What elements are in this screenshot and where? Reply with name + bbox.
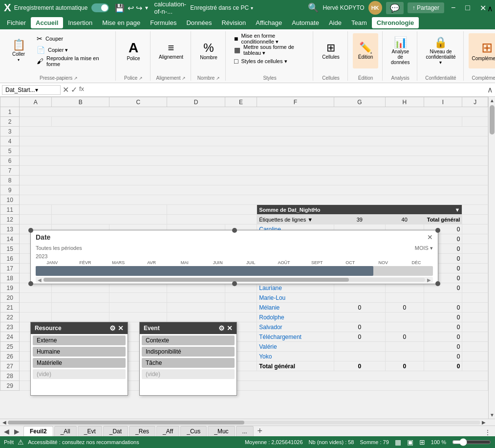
insert-function-icon[interactable]: fx (79, 85, 84, 94)
toolbar-customize-icon[interactable]: ▾ (145, 4, 148, 11)
reproduire-button[interactable]: 🖌Reproduire la mise en forme (33, 56, 111, 67)
vscroll-thumb[interactable] (490, 105, 495, 134)
resource-slicer-materielle[interactable]: Matérielle (33, 358, 126, 368)
month-avr[interactable]: AVR (135, 260, 168, 265)
timeline-resize-bl[interactable] (28, 281, 33, 286)
timeline-resize-br[interactable] (435, 281, 440, 286)
sheet-nav-right[interactable]: ▶ (12, 426, 22, 436)
share-button[interactable]: ↑ Partager (408, 2, 444, 13)
copier-button[interactable]: 📄Copier ▾ (33, 45, 111, 55)
status-accessibility-icon[interactable]: ⚠ (18, 438, 24, 446)
menu-chronologie[interactable]: Chronologie (372, 17, 419, 28)
month-juil[interactable]: JUIL (235, 260, 268, 265)
timeline-selection[interactable] (36, 266, 373, 276)
month-fevr[interactable]: FÉVR (69, 260, 102, 265)
col-head-F[interactable]: F (257, 97, 334, 107)
event-slicer-tache[interactable]: Tâche (142, 358, 235, 368)
tab-evt[interactable]: _Evt (78, 426, 102, 436)
hscroll-right-icon[interactable]: ▶ (480, 420, 487, 425)
menu-accueil[interactable]: Accueil (31, 17, 63, 28)
month-janv[interactable]: JANV (36, 260, 69, 265)
col-head-J[interactable]: J (462, 97, 488, 107)
formula-input[interactable] (86, 86, 485, 94)
view-preview-icon[interactable]: ⊞ (419, 438, 425, 446)
resource-slicer[interactable]: Resource ⚙ ✕ Externe Humaine Matérielle … (30, 322, 128, 396)
menu-donnees[interactable]: Données (181, 17, 216, 28)
col-head-I[interactable]: I (424, 97, 462, 107)
event-slicer[interactable]: Event ⚙ ✕ Contexte Indisponibilité Tâche… (139, 322, 237, 396)
timeline-scroll-left[interactable]: ◀ (36, 277, 43, 283)
minimize-button[interactable]: − (446, 1, 460, 14)
toolbar-save-icon[interactable]: 💾 (115, 3, 125, 13)
pivot-row-filter-icon[interactable]: ▼ (307, 217, 313, 223)
menu-aide[interactable]: Aide (324, 17, 346, 28)
menu-affichage[interactable]: Affichage (251, 17, 287, 28)
timeline-scroll-right[interactable]: ▶ (425, 277, 433, 283)
col-head-H[interactable]: H (385, 97, 424, 107)
timeline-resize-tm[interactable] (232, 228, 237, 233)
event-slicer-indisponibilite[interactable]: Indisponibilité (142, 347, 235, 357)
resource-slicer-humaine[interactable]: Humaine (33, 347, 126, 357)
tab-options-icon[interactable]: ⋮ (484, 428, 491, 436)
tab-more[interactable]: ... (236, 426, 254, 436)
comment-icon[interactable]: 💬 (386, 2, 404, 14)
col-head-E[interactable]: E (225, 97, 257, 107)
confidentialite-button[interactable]: 🔒 Niveau de confidentialité ▾ (422, 33, 459, 68)
nombre-button[interactable]: % Nombre (196, 33, 221, 68)
menu-insertion[interactable]: Insertion (63, 17, 97, 28)
vertical-scrollbar[interactable]: ▲ ▼ (488, 97, 495, 419)
tab-all[interactable]: _All (54, 426, 77, 436)
month-nov[interactable]: NOV (367, 260, 400, 265)
cancel-formula-icon[interactable]: ✕ (63, 85, 69, 94)
edition-button[interactable]: ✏️ Édition (353, 33, 378, 68)
month-aout[interactable]: AOÛT (267, 260, 301, 265)
col-head-B[interactable]: B (52, 97, 109, 107)
tab-feuil2[interactable]: Feuil2 (23, 426, 53, 436)
timeline-resize-tl[interactable] (28, 228, 33, 233)
col-head-C[interactable]: C (109, 97, 167, 107)
add-sheet-button[interactable]: + (255, 426, 266, 436)
save-status[interactable]: Enregistré dans ce PC ▾ (190, 4, 253, 11)
restore-button[interactable]: □ (460, 1, 475, 14)
month-dec[interactable]: DÉC (400, 260, 433, 265)
menu-mise-en-page[interactable]: Mise en page (97, 17, 145, 28)
month-sept[interactable]: SEPT (301, 260, 334, 265)
view-page-icon[interactable]: ▣ (407, 438, 413, 446)
tab-aff[interactable]: _Aff (156, 426, 179, 436)
timeline-bar[interactable] (36, 266, 433, 276)
zoom-slider[interactable] (452, 438, 491, 446)
timeline-close-icon[interactable]: ✕ (427, 233, 433, 241)
month-juin[interactable]: JUIN (201, 260, 235, 265)
col-head-D[interactable]: D (167, 97, 225, 107)
mise-en-forme-conditionnelle-button[interactable]: ■Mise en forme conditionnelle ▾ (231, 33, 309, 44)
month-mai[interactable]: MAI (168, 260, 201, 265)
search-icon[interactable]: 🔍 (308, 2, 319, 13)
tab-muc[interactable]: _Muc (208, 426, 235, 436)
analyse-button[interactable]: 📊 Analyse de données (387, 33, 413, 68)
confirm-formula-icon[interactable]: ✓ (71, 85, 77, 94)
sheet-nav-left[interactable]: ◀ (2, 426, 11, 436)
resource-slicer-externe[interactable]: Externe (33, 336, 126, 345)
menu-team[interactable]: Team (346, 17, 372, 28)
toolbar-undo-icon[interactable]: ↩ (128, 3, 134, 13)
complements-button[interactable]: ⊞ Compléments (469, 33, 495, 68)
col-head-A[interactable]: A (20, 97, 52, 107)
name-box[interactable]: Dat_Start...▾ (2, 85, 61, 95)
status-accessibility[interactable]: Accessibilité : consultez nos recommanda… (28, 439, 139, 445)
timeline-resize-bm[interactable] (232, 281, 237, 286)
menu-formules[interactable]: Formules (145, 17, 181, 28)
menu-fichier[interactable]: Fichier (2, 17, 31, 28)
vscroll-up-icon[interactable]: ▲ (489, 97, 495, 104)
tab-cus[interactable]: _Cus (180, 426, 207, 436)
resource-slicer-clear-icon[interactable]: ✕ (118, 324, 124, 332)
cellules-button[interactable]: ⊞ Cellules (318, 33, 344, 68)
tab-res[interactable]: _Res (129, 426, 155, 436)
event-slicer-clear-icon[interactable]: ✕ (227, 324, 233, 332)
timeline-period-type[interactable]: MOIS ▾ (415, 245, 433, 251)
event-slicer-vide[interactable]: (vide) (142, 369, 235, 379)
event-slicer-contexte[interactable]: Contexte (142, 336, 235, 345)
col-head-G[interactable]: G (334, 97, 385, 107)
resource-slicer-filter-icon[interactable]: ⚙ (109, 324, 116, 332)
timeline-resize-tr[interactable] (435, 228, 440, 233)
event-slicer-filter-icon[interactable]: ⚙ (218, 324, 225, 332)
